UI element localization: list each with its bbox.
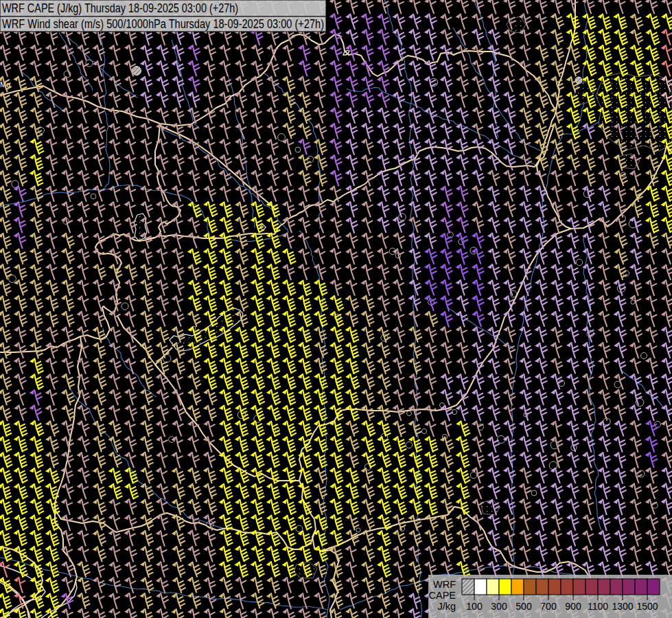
svg-text:500: 500 xyxy=(515,601,532,612)
svg-text:900: 900 xyxy=(565,601,581,612)
svg-text:CAPE: CAPE xyxy=(429,590,456,601)
svg-text:1100: 1100 xyxy=(588,601,608,612)
svg-text:1300: 1300 xyxy=(612,601,633,612)
svg-text:1500: 1500 xyxy=(636,601,658,612)
svg-text:100: 100 xyxy=(466,601,483,612)
svg-text:WRF Wind shear (m/s) 500/1000h: WRF Wind shear (m/s) 500/1000hPa Thursda… xyxy=(2,17,324,31)
svg-text:700: 700 xyxy=(540,601,557,612)
svg-text:300: 300 xyxy=(491,601,507,612)
svg-text:WRF CAPE (J/kg) Thursday 18-09: WRF CAPE (J/kg) Thursday 18-09-2025 03:0… xyxy=(2,1,238,15)
svg-text:J/kg: J/kg xyxy=(437,601,456,612)
svg-text:WRF: WRF xyxy=(433,579,456,590)
